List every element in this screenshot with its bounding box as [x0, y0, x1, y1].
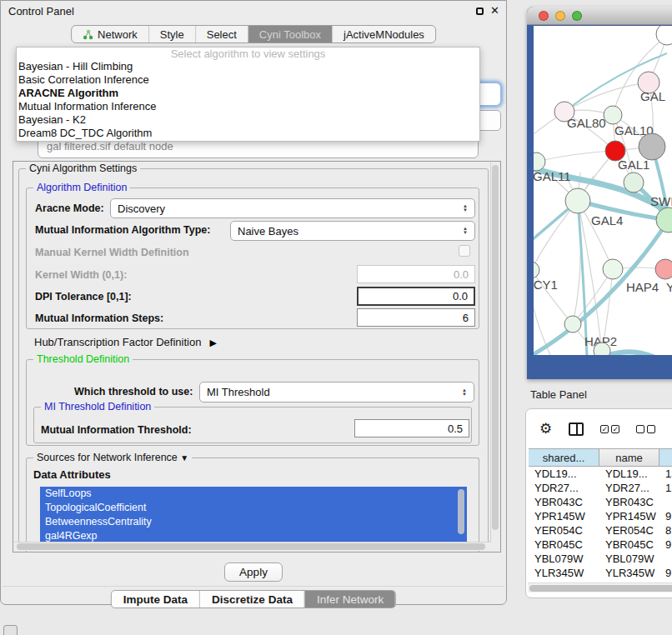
algorithm-option-basic-correlation-inference[interactable]: Basic Correlation Inference	[17, 73, 479, 87]
expanded-arrow-icon[interactable]: ▼	[180, 453, 188, 462]
table-panel-card: ⚙ ✓✓ shared...nameA YDL19...YDL19...13YD…	[525, 408, 672, 598]
table-row[interactable]: YDR27...YDR27...12	[529, 481, 672, 495]
algorithm-option-aracne-algorithm[interactable]: ARACNE Algorithm	[17, 87, 479, 100]
table-cell: YPR145W	[529, 509, 599, 523]
table-cell: 9.	[659, 566, 672, 580]
panel-corner-icon[interactable]	[3, 625, 18, 635]
mi-steps-field[interactable]: 6	[357, 308, 475, 327]
threshold-definition-title: Threshold Definition	[33, 353, 133, 365]
tab-impute-data[interactable]: Impute Data	[112, 591, 199, 608]
threshold-definition-group: Threshold Definition Which threshold to …	[26, 359, 479, 446]
attribute-item-topologicalcoefficient[interactable]: TopologicalCoefficient	[40, 501, 467, 515]
split-view-icon[interactable]	[569, 422, 584, 436]
network-node[interactable]	[594, 342, 610, 355]
mi-threshold-group: MI Threshold Definition Mutual Informati…	[33, 407, 472, 443]
mi-type-combobox[interactable]: Naive Bayes ▲▼	[230, 221, 475, 241]
column-header-name[interactable]: name	[599, 449, 659, 466]
minimize-traffic-light-icon[interactable]	[555, 11, 565, 21]
attribute-item-betweennesscentrality[interactable]: BetweennessCentrality	[40, 515, 467, 529]
which-threshold-combobox[interactable]: MI Threshold ▲▼	[199, 382, 474, 402]
data-attributes-list: SelfLoopsTopologicalCoefficientBetweenne…	[40, 487, 467, 545]
gear-icon[interactable]: ⚙	[539, 422, 552, 436]
hub-definition-label: Hub/Transcription Factor Definition	[34, 336, 201, 348]
table-cell: 9.	[659, 509, 672, 523]
network-edge	[536, 151, 615, 162]
checked-boxes-icon[interactable]: ✓✓	[600, 425, 619, 433]
horizontal-scrollbar[interactable]	[14, 542, 491, 551]
table-row[interactable]: YBR043CYBR043C	[529, 495, 672, 509]
table-row[interactable]: YDL19...YDL19...13	[529, 467, 672, 481]
network-node-hap4[interactable]	[603, 259, 623, 279]
algorithm-definition-group: Algorithm Definition Aracne Mode: Discov…	[26, 188, 479, 329]
table-cell	[659, 552, 672, 566]
algorithm-option-bayesian-k2[interactable]: Bayesian - K2	[17, 113, 479, 127]
mi-threshold-field[interactable]: 0.5	[354, 419, 469, 438]
tab-select[interactable]: Select	[195, 26, 248, 42]
network-node-gal4[interactable]	[565, 188, 590, 213]
node-label: SWI4	[650, 194, 672, 208]
unchecked-boxes-icon[interactable]	[636, 425, 655, 433]
network-node[interactable]	[656, 208, 672, 232]
attribute-item-selfloops[interactable]: SelfLoops	[40, 487, 467, 501]
table-cell: YER054C	[599, 523, 659, 538]
algorithm-definition-title: Algorithm Definition	[33, 182, 130, 193]
network-node-gal10[interactable]	[604, 106, 622, 124]
attribute-table: shared...nameA YDL19...YDL19...13YDR27..…	[529, 448, 672, 598]
tab-style[interactable]: Style	[148, 26, 195, 42]
tab-network[interactable]: Network	[72, 26, 148, 42]
hub-definition-toggle[interactable]: Hub/Transcription Factor Definition▶	[34, 336, 217, 348]
network-node-swi4[interactable]	[624, 172, 644, 192]
table-scrollbar-thumb[interactable]	[529, 585, 672, 592]
kernel-width-field[interactable]: 0.0	[357, 265, 475, 283]
tab-infer-network[interactable]: Infer Network	[304, 591, 395, 608]
tab-jactivemnodules[interactable]: jActiveMNodules	[332, 26, 435, 42]
algorithm-option-bayesian-hill-climbing[interactable]: Bayesian - Hill Climbing	[17, 60, 479, 73]
table-cell: YBL079W	[599, 552, 659, 566]
network-node-gcy1[interactable]	[534, 262, 539, 278]
list-scrollbar-thumb[interactable]	[458, 489, 464, 534]
cyni-algorithm-settings-group: Cyni Algorithm Settings Algorithm Defini…	[18, 168, 489, 545]
vertical-scrollbar-thumb[interactable]	[492, 165, 499, 530]
tab-discretize-data[interactable]: Discretize Data	[199, 591, 304, 608]
network-edge	[564, 82, 649, 112]
horizontal-scrollbar-thumb[interactable]	[17, 543, 485, 550]
apply-button[interactable]: Apply	[224, 562, 283, 582]
close-icon[interactable]: ✕	[490, 4, 499, 17]
which-threshold-value: MI Threshold	[207, 386, 270, 398]
table-row[interactable]: YLR345WYLR345W9.	[529, 566, 672, 580]
zoom-traffic-light-icon[interactable]	[572, 11, 582, 21]
float-window-icon[interactable]	[476, 8, 484, 15]
sources-title-text: Sources for Network Inference	[37, 452, 178, 463]
table-row[interactable]: YPR145WYPR145W9.	[529, 509, 672, 523]
node-label: GAL80	[567, 116, 606, 130]
network-node[interactable]	[639, 133, 665, 160]
column-header-shared[interactable]: shared...	[529, 449, 599, 466]
table-cell: YBR043C	[599, 495, 659, 509]
network-canvas[interactable]: GALGAL80GAL10GAL1GAL11SWI4GAL4GCY1HAP4YH…	[534, 26, 672, 355]
close-traffic-light-icon[interactable]	[539, 11, 549, 21]
table-cell: YDL19...	[599, 467, 659, 481]
table-row[interactable]: YER054CYER054C8.	[529, 523, 672, 538]
dpi-tolerance-field[interactable]: 0.0	[357, 287, 475, 306]
tab-cyni-toolbox[interactable]: Cyni Toolbox	[248, 26, 332, 42]
vertical-scrollbar[interactable]	[490, 162, 499, 542]
manual-kernel-checkbox[interactable]	[459, 245, 470, 257]
node-label: GCY1	[534, 278, 558, 292]
spinner-arrows-icon: ▲▼	[463, 204, 468, 212]
algorithm-option-dream8-dc-tdc-algorithm[interactable]: Dream8 DC_TDC Algorithm	[17, 127, 479, 140]
table-row[interactable]: YBR045CYBR045C9.	[529, 538, 672, 552]
column-header-a[interactable]: A	[659, 449, 672, 466]
network-edge	[534, 162, 550, 355]
network-graph: GALGAL80GAL10GAL1GAL11SWI4GAL4GCY1HAP4YH…	[534, 26, 672, 355]
network-node-y[interactable]	[655, 259, 672, 279]
aracne-mode-combobox[interactable]: Discovery ▲▼	[110, 198, 475, 218]
table-horizontal-scrollbar[interactable]	[528, 582, 672, 592]
control-panel-title: Control Panel	[8, 5, 74, 18]
network-edge-highlighted	[609, 352, 672, 355]
network-window-titlebar[interactable]	[527, 7, 672, 25]
table-cell: YBR045C	[529, 538, 599, 552]
network-node-hap2[interactable]	[564, 316, 581, 332]
node-label: GAL4	[591, 213, 623, 228]
table-row[interactable]: YBL079WYBL079W	[529, 552, 672, 566]
algorithm-option-mutual-information-inference[interactable]: Mutual Information Inference	[17, 100, 479, 113]
